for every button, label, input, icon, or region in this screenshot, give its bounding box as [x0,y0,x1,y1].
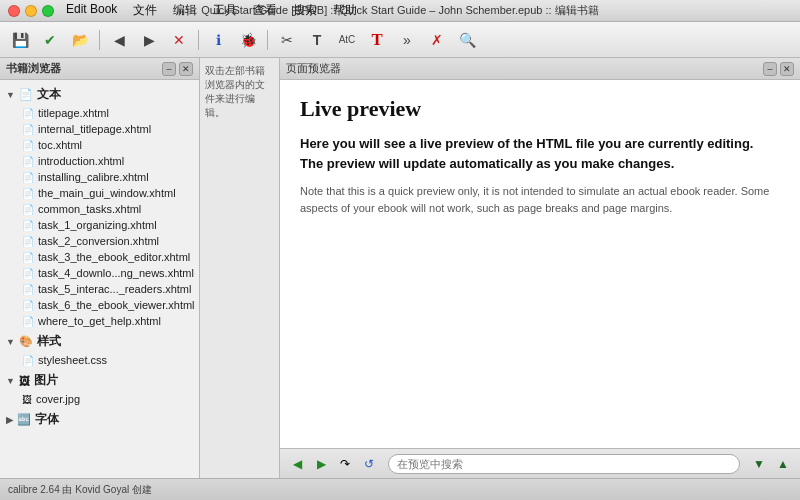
hint-text: 双击左部书籍浏览器内的文件来进行编辑。 [205,65,265,118]
list-item[interactable]: 📄task_3_the_ebook_editor.xhtml [0,249,199,265]
preview-play-button[interactable]: ▶ [310,453,332,475]
text-section-icon: 📄 [19,88,33,101]
arrow-icon: ▶ [6,415,13,425]
preview-content: Live preview Here you will see a live pr… [280,80,800,448]
panel-close-button[interactable]: ✕ [179,62,193,76]
filename: titlepage.xhtml [38,107,109,119]
list-item[interactable]: 📄task_5_interac..._readers.xhtml [0,281,199,297]
list-item[interactable]: 📄common_tasks.xhtml [0,201,199,217]
list-item[interactable]: 📄task_2_conversion.xhtml [0,233,199,249]
list-item[interactable]: 📄the_main_gui_window.xhtml [0,185,199,201]
window-title: Quick Start Guide [EPUB] :: Quick Start … [201,3,598,18]
menu-edit-book[interactable]: Edit Book [66,2,117,19]
close-button[interactable] [8,5,20,17]
images-section-label: 图片 [34,372,58,389]
atc-button[interactable]: AtC [333,26,361,54]
preview-heading: Live preview [300,96,780,122]
hint-column: 双击左部书籍浏览器内的文件来进行编辑。 [200,58,280,478]
back-button[interactable]: ◀ [105,26,133,54]
info-button[interactable]: ℹ [204,26,232,54]
menu-file[interactable]: 文件 [133,2,157,19]
menu-edit[interactable]: 编辑 [173,2,197,19]
list-item[interactable]: 📄task_6_the_ebook_viewer.xhtml [0,297,199,313]
tree-section-text-header[interactable]: ▼ 📄 文本 [0,84,199,105]
main-area: 书籍浏览器 – ✕ ▼ 📄 文本 📄titlepage.xhtml 📄inter… [0,58,800,478]
file-tree: ▼ 📄 文本 📄titlepage.xhtml 📄internal_titlep… [0,80,199,478]
file-icon: 📄 [22,300,34,311]
traffic-lights [8,5,54,17]
preview-refresh-button[interactable]: ↺ [358,453,380,475]
text-section-label: 文本 [37,86,61,103]
filename: stylesheet.css [38,354,107,366]
images-section-icon: 🖼 [19,375,30,387]
filename: the_main_gui_window.xhtml [38,187,176,199]
filename: introduction.xhtml [38,155,124,167]
xmark-button[interactable]: ✗ [423,26,451,54]
title-bar: Edit Book 文件 编辑 工具 查看 搜索 帮助 Quick Start … [0,0,800,22]
tree-section-fonts-header[interactable]: ▶ 🔤 字体 [0,409,199,430]
book-browser-title: 书籍浏览器 [6,61,61,76]
list-item[interactable]: 📄introduction.xhtml [0,153,199,169]
file-icon: 📄 [22,204,34,215]
filename: task_1_organizing.xhtml [38,219,157,231]
filename: installing_calibre.xhtml [38,171,149,183]
preview-panel-icons: – ✕ [763,62,794,76]
preview-main-text: Here you will see a live preview of the … [300,134,780,173]
tree-section-images-header[interactable]: ▼ 🖼 图片 [0,370,199,391]
open-button[interactable]: 📂 [66,26,94,54]
preview-search-input[interactable] [388,454,740,474]
preview-forward-button[interactable]: ↷ [334,453,356,475]
panel-collapse-button[interactable]: – [162,62,176,76]
maximize-button[interactable] [42,5,54,17]
bug-button[interactable]: 🐞 [234,26,262,54]
tree-section-styles-header[interactable]: ▼ 🎨 样式 [0,331,199,352]
text-format-button[interactable]: T [303,26,331,54]
file-icon: 📄 [22,108,34,119]
filename: where_to_get_help.xhtml [38,315,161,327]
panel-header-icons: – ✕ [162,62,193,76]
fonts-section-label: 字体 [35,411,59,428]
separator-3 [267,30,268,50]
preview-scroll-down-button[interactable]: ▼ [748,453,770,475]
list-item[interactable]: 📄installing_calibre.xhtml [0,169,199,185]
main-toolbar: 💾 ✔ 📂 ◀ ▶ ✕ ℹ 🐞 ✂ T AtC T » ✗ 🔍 [0,22,800,58]
file-icon: 📄 [22,252,34,263]
file-icon: 📄 [22,268,34,279]
file-icon: 📄 [22,156,34,167]
filename: task_3_the_ebook_editor.xhtml [38,251,190,263]
separator-2 [198,30,199,50]
styles-section-label: 样式 [37,333,61,350]
preview-panel-title: 页面预览器 [286,61,341,76]
list-item[interactable]: 📄titlepage.xhtml [0,105,199,121]
forward-button[interactable]: ▶ [135,26,163,54]
T-button[interactable]: T [363,26,391,54]
preview-back-button[interactable]: ◀ [286,453,308,475]
quote-button[interactable]: » [393,26,421,54]
save-button[interactable]: 💾 [6,26,34,54]
magnify-button[interactable]: 🔍 [453,26,481,54]
list-item[interactable]: 📄where_to_get_help.xhtml [0,313,199,329]
list-item[interactable]: 📄task_4_downlo...ng_news.xhtml [0,265,199,281]
scissors-button[interactable]: ✂ [273,26,301,54]
preview-scroll-up-button[interactable]: ▲ [772,453,794,475]
list-item[interactable]: 📄task_1_organizing.xhtml [0,217,199,233]
list-item[interactable]: 📄internal_titlepage.xhtml [0,121,199,137]
styles-section-icon: 🎨 [19,335,33,348]
status-text: calibre 2.64 由 Kovid Goyal 创建 [8,483,152,497]
list-item[interactable]: 📄stylesheet.css [0,352,199,368]
arrow-icon: ▼ [6,337,15,347]
tree-section-styles: ▼ 🎨 样式 📄stylesheet.css [0,331,199,368]
file-icon: 📄 [22,355,34,366]
file-icon: 🖼 [22,394,32,405]
check-button[interactable]: ✔ [36,26,64,54]
book-browser-panel: 书籍浏览器 – ✕ ▼ 📄 文本 📄titlepage.xhtml 📄inter… [0,58,200,478]
preview-collapse-button[interactable]: – [763,62,777,76]
file-icon: 📄 [22,188,34,199]
list-item[interactable]: 📄toc.xhtml [0,137,199,153]
list-item[interactable]: 🖼cover.jpg [0,391,199,407]
minimize-button[interactable] [25,5,37,17]
file-icon: 📄 [22,124,34,135]
preview-close-button[interactable]: ✕ [780,62,794,76]
file-icon: 📄 [22,140,34,151]
stop-button[interactable]: ✕ [165,26,193,54]
